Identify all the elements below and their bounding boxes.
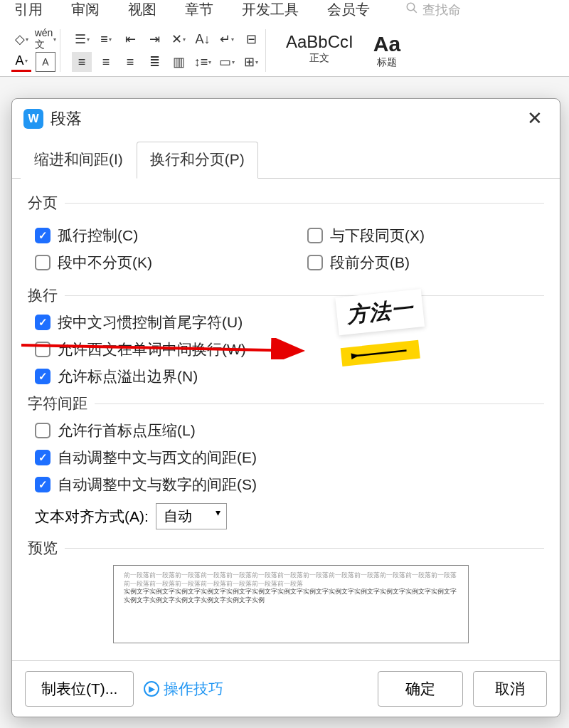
checkbox-icon [35, 423, 50, 438]
style-normal[interactable]: AaBbCcI 正文 [277, 29, 362, 72]
style-heading[interactable]: Aa 标题 [365, 29, 409, 72]
tips-link[interactable]: ▶ 操作技巧 [144, 679, 223, 699]
checkbox-keep-lines-together[interactable]: 段中不分页(K) [35, 253, 272, 273]
checkbox-cjk-digit-spacing[interactable]: 自动调整中文与数字的间距(S) [35, 475, 544, 495]
checkbox-keep-with-next[interactable]: 与下段同页(X) [307, 226, 544, 246]
checkbox-icon [307, 255, 323, 270]
text-align-label: 文本对齐方式(A): [35, 507, 149, 527]
checkbox-punct-overflow[interactable]: 允许标点溢出边界(N) [35, 366, 544, 386]
tab-vip[interactable]: 会员专 [327, 0, 370, 19]
section-paging: 分页 [28, 193, 544, 213]
checkbox-latin-word-wrap[interactable]: 允许西文在单词中间换行(W) [35, 339, 544, 359]
format-painter-icon[interactable]: ◇▾ [11, 29, 31, 49]
dialog-body: 分页 孤行控制(C) 段中不分页(K) 与下段同页(X) 段前分页(B) 换行 … [12, 179, 560, 660]
distribute-icon[interactable]: ▥ [169, 52, 188, 72]
sort-icon[interactable]: A↓ [193, 29, 213, 49]
checkbox-icon [35, 315, 50, 330]
tab-line-page-break[interactable]: 换行和分页(P) [137, 142, 258, 179]
checkbox-icon [35, 228, 50, 243]
checkbox-compress-punct[interactable]: 允许行首标点压缩(L) [35, 421, 544, 441]
search-box[interactable]: 查找命 [398, 0, 461, 19]
checkbox-page-break-before[interactable]: 段前分页(B) [307, 253, 544, 273]
section-linebreak: 换行 [28, 285, 544, 305]
section-char-spacing: 字符间距 [28, 394, 544, 413]
borders-icon[interactable]: ⊞▾ [241, 52, 261, 72]
clear-format-icon[interactable]: ✕▾ [169, 29, 188, 49]
dialog-footer: 制表位(T)... ▶ 操作技巧 确定 取消 [12, 660, 560, 717]
search-placeholder: 查找命 [422, 1, 461, 19]
tab-chapter[interactable]: 章节 [185, 0, 213, 19]
tab-view[interactable]: 视图 [128, 0, 156, 19]
dialog-title: 段落 [50, 108, 514, 130]
ribbon-toolbar: ◇▾ wén文▾ A▾ A ☰▾ ≡▾ ⇤ ⇥ ✕▾ A↓ ↵▾ ⊟ ≡ ≡ ≡… [0, 25, 569, 77]
cancel-button[interactable]: 取消 [473, 671, 547, 707]
align-justify-icon[interactable]: ≣ [144, 52, 164, 72]
increase-indent-icon[interactable]: ⇥ [144, 29, 164, 49]
line-spacing-icon[interactable]: ↕≡▾ [193, 52, 213, 72]
decrease-indent-icon[interactable]: ⇤ [120, 29, 140, 49]
checkbox-cjk-latin-spacing[interactable]: 自动调整中文与西文的间距(E) [35, 448, 544, 468]
ok-button[interactable]: 确定 [378, 671, 463, 707]
bullets-icon[interactable]: ☰▾ [72, 29, 92, 49]
svg-point-0 [407, 3, 415, 11]
tab-references[interactable]: 引用 [14, 0, 43, 19]
search-icon [405, 1, 418, 18]
show-marks-icon[interactable]: ↵▾ [217, 29, 237, 49]
svg-line-1 [413, 9, 417, 13]
tabstops-button[interactable]: 制表位(T)... [25, 671, 134, 707]
app-icon: W [23, 109, 43, 129]
numbering-icon[interactable]: ≡▾ [96, 29, 116, 49]
checkbox-icon [35, 369, 50, 384]
align-center-icon[interactable]: ≡ [96, 52, 116, 72]
checkbox-icon [35, 450, 50, 465]
tab-review[interactable]: 审阅 [71, 0, 100, 19]
close-icon[interactable]: ✕ [521, 106, 548, 131]
preview-box: 前一段落前一段落前一段落前一段落前一段落前一段落前一段落前一段落前一段落前一段落… [113, 565, 469, 643]
paragraph-dialog: W 段落 ✕ 缩进和间距(I) 换行和分页(P) 分页 孤行控制(C) 段中不分… [11, 98, 560, 717]
checkbox-cjk-firstlast[interactable]: 按中文习惯控制首尾字符(U) [35, 312, 544, 332]
font-color-icon[interactable]: A▾ [11, 52, 31, 72]
phonetic-guide-icon[interactable]: wén文▾ [36, 29, 55, 49]
align-right-icon[interactable]: ≡ [120, 52, 140, 72]
text-align-select[interactable]: 自动 [156, 503, 227, 529]
tab-devtools[interactable]: 开发工具 [242, 0, 299, 19]
checkbox-orphan-control[interactable]: 孤行控制(C) [35, 226, 272, 246]
checkbox-icon [35, 342, 50, 357]
checkbox-icon [35, 255, 50, 270]
ruler-icon[interactable]: ⊟ [241, 29, 261, 49]
section-preview: 预览 [28, 538, 544, 558]
dialog-titlebar: W 段落 ✕ [12, 99, 560, 138]
dialog-tabs: 缩进和间距(I) 换行和分页(P) [12, 141, 560, 179]
shading-icon[interactable]: ▭▾ [217, 52, 237, 72]
checkbox-icon [35, 477, 50, 492]
tab-indent-spacing[interactable]: 缩进和间距(I) [21, 142, 137, 179]
ribbon-tabs: 引用 审阅 视图 章节 开发工具 会员专 查找命 [0, 0, 569, 25]
checkbox-icon [307, 228, 323, 243]
char-border-icon[interactable]: A [36, 52, 55, 72]
align-left-icon[interactable]: ≡ [72, 52, 92, 72]
play-icon: ▶ [144, 681, 159, 697]
